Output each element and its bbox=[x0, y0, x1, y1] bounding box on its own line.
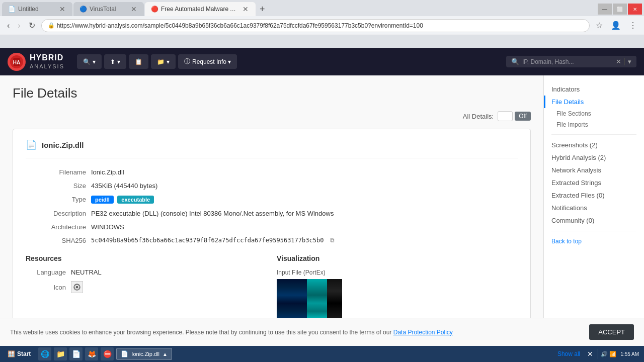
file-name: Ionic.Zip.dll bbox=[42, 141, 84, 149]
logo: HA HYBRID ANALYSIS bbox=[8, 53, 64, 71]
type-row: Type peidll executable bbox=[26, 196, 518, 204]
address-bar[interactable]: 🔒 https://www.hybrid-analysis.com/sample… bbox=[41, 19, 590, 32]
close-button[interactable]: ✕ bbox=[628, 4, 642, 15]
cookie-message: This website uses cookies to enhance you… bbox=[10, 329, 391, 336]
sidebar-item-community[interactable]: Community (0) bbox=[544, 214, 644, 227]
executable-badge: executable bbox=[117, 196, 154, 204]
filename-value: Ionic.Zip.dll bbox=[91, 168, 124, 176]
svg-line-10 bbox=[78, 289, 79, 290]
start-label: Start bbox=[17, 350, 31, 357]
copy-sha256-icon[interactable]: ⧉ bbox=[330, 237, 335, 244]
nav-search-btn[interactable]: 🔍 ▾ bbox=[77, 54, 102, 69]
extracted-files-label: Extracted Files (0) bbox=[551, 192, 604, 199]
compare-nav-icon: 📋 bbox=[135, 58, 142, 65]
sidebar-item-network-analysis[interactable]: Network Analysis bbox=[544, 164, 644, 176]
security-icon: ⛔ bbox=[103, 350, 112, 358]
cookie-text: This website uses cookies to enhance you… bbox=[10, 329, 453, 336]
notepad-icon: 📄 bbox=[72, 350, 80, 358]
input-file-row: Input File (PortEx) bbox=[277, 268, 518, 276]
taskbar-ie-icon[interactable]: 🌐 bbox=[38, 347, 51, 360]
description-row: Description PE32 executable (DLL) (conso… bbox=[26, 210, 518, 217]
window-controls: — ⬜ ✕ bbox=[598, 4, 642, 15]
maximize-button[interactable]: ⬜ bbox=[613, 4, 627, 15]
taskbar-firefox-icon[interactable]: 🦊 bbox=[85, 347, 98, 360]
sha256-value: 5c0449b8a9b65f36cb6a66c1ac9379f8f62a75df… bbox=[91, 237, 335, 244]
type-value: peidll executable bbox=[91, 196, 156, 204]
sidebar-back-to-top[interactable]: Back to top bbox=[544, 235, 644, 247]
sidebar-sub-file-imports[interactable]: File Imports bbox=[544, 119, 644, 130]
new-tab-button[interactable]: + bbox=[257, 4, 268, 15]
toggle-box[interactable] bbox=[498, 111, 513, 121]
taskbar-right: 🔊 📶 1:55 AM bbox=[601, 351, 641, 357]
data-protection-link[interactable]: Data Protection Policy bbox=[393, 329, 453, 336]
network-analysis-label: Network Analysis bbox=[551, 166, 601, 174]
forward-button[interactable]: › bbox=[16, 19, 22, 32]
back-button[interactable]: ‹ bbox=[5, 19, 12, 32]
tab-title-1: Untitled bbox=[18, 6, 55, 13]
minimize-button[interactable]: — bbox=[598, 4, 612, 15]
title-bar: 📄 Untitled ✕ 🔵 VirusTotal ✕ 🔴 Free Autom… bbox=[0, 0, 644, 16]
sidebar-divider-2 bbox=[551, 231, 636, 231]
taskbar-security-icon[interactable]: ⛔ bbox=[101, 347, 114, 360]
sidebar-item-file-details[interactable]: File Details bbox=[544, 96, 644, 108]
header-search-arrow[interactable]: ▾ bbox=[624, 58, 631, 65]
taskbar-notepad-icon[interactable]: 📄 bbox=[69, 347, 83, 360]
tab-close-1[interactable]: ✕ bbox=[58, 5, 66, 13]
tab-favicon-2: 🔵 bbox=[79, 6, 87, 13]
header-search-input[interactable] bbox=[522, 58, 613, 65]
menu-icon[interactable]: ⋮ bbox=[627, 19, 639, 32]
bookmark-icon[interactable]: ☆ bbox=[594, 19, 605, 32]
tab-close-3[interactable]: ✕ bbox=[242, 5, 250, 13]
sidebar-sub-file-sections[interactable]: File Sections bbox=[544, 108, 644, 119]
tab-virustotal[interactable]: 🔵 VirusTotal ✕ bbox=[73, 2, 144, 16]
file-card: 📄 Ionic.Zip.dll Filename Ionic.Zip.dll S… bbox=[13, 129, 531, 330]
taskbar-clock: 1:55 AM bbox=[620, 351, 639, 357]
community-label: Community (0) bbox=[551, 217, 594, 224]
taskbar-close-button[interactable]: ✕ bbox=[585, 350, 595, 358]
start-button[interactable]: 🪟 Start bbox=[3, 348, 36, 359]
sidebar-item-extracted-files[interactable]: Extracted Files (0) bbox=[544, 189, 644, 202]
tab-favicon-3: 🔴 bbox=[151, 6, 158, 13]
filename-row: Filename Ionic.Zip.dll bbox=[26, 168, 518, 176]
nav-submit-btn[interactable]: ⬆ ▾ bbox=[104, 54, 126, 69]
all-details-label: All Details: bbox=[463, 113, 494, 120]
viz-col-teal bbox=[307, 279, 327, 319]
sidebar-divider-1 bbox=[551, 134, 636, 135]
viz-col-dark bbox=[277, 279, 307, 319]
header-search-icon: 🔍 bbox=[511, 58, 519, 65]
tab-untitled[interactable]: 📄 Untitled ✕ bbox=[2, 2, 72, 16]
header-search-clear[interactable]: ✕ bbox=[616, 58, 621, 65]
sidebar-item-screenshots[interactable]: Screenshots (2) bbox=[544, 139, 644, 151]
accept-button[interactable]: ACCEPT bbox=[589, 324, 634, 340]
submit-nav-icon: ⬆ bbox=[110, 58, 115, 65]
hybrid-analysis-logo-svg: HA bbox=[10, 55, 24, 69]
show-all-button[interactable]: Show all bbox=[557, 350, 580, 357]
size-row: Size 435KiB (445440 bytes) bbox=[26, 182, 518, 190]
extracted-strings-label: Extracted Strings bbox=[551, 179, 601, 187]
sidebar-item-notifications[interactable]: Notifications bbox=[544, 202, 644, 214]
profile-icon[interactable]: 👤 bbox=[609, 19, 623, 32]
toggle-label[interactable]: Off bbox=[515, 112, 531, 121]
taskbar-file-item[interactable]: 📄 Ionic.Zip.dll ▲ bbox=[116, 348, 172, 360]
nav-feeds-btn[interactable]: 📁 ▾ bbox=[151, 54, 176, 69]
tab-close-2[interactable]: ✕ bbox=[130, 5, 138, 13]
sidebar-item-indicators[interactable]: Indicators bbox=[544, 83, 644, 96]
refresh-button[interactable]: ↻ bbox=[27, 19, 37, 32]
header-search[interactable]: 🔍 ✕ ▾ bbox=[506, 56, 636, 67]
nav-compare-btn[interactable]: 📋 bbox=[129, 54, 148, 69]
feeds-nav-icon: 📁 bbox=[157, 58, 165, 65]
info-icon: ⓘ bbox=[184, 57, 190, 66]
tab-hybrid-analysis[interactable]: 🔴 Free Automated Malware Analysis S... ✕ bbox=[145, 2, 256, 16]
address-text: https://www.hybrid-analysis.com/sample/5… bbox=[57, 22, 423, 29]
sidebar-item-hybrid-analysis[interactable]: Hybrid Analysis (2) bbox=[544, 151, 644, 164]
visualization-section: Visualization Input File (PortEx) bbox=[277, 254, 518, 319]
search-nav-icon: 🔍 bbox=[83, 58, 91, 65]
file-header: 📄 Ionic.Zip.dll bbox=[26, 139, 518, 158]
indicators-label: Indicators bbox=[551, 85, 580, 93]
tab-favicon-1: 📄 bbox=[8, 6, 15, 13]
taskbar-folder-icon[interactable]: 📁 bbox=[54, 347, 67, 360]
nav-request-info-btn[interactable]: ⓘ Request Info ▾ bbox=[178, 54, 237, 69]
taskbar-divider bbox=[598, 349, 598, 359]
sidebar-item-extracted-strings[interactable]: Extracted Strings bbox=[544, 176, 644, 189]
app-header: HA HYBRID ANALYSIS 🔍 ▾ ⬆ ▾ 📋 📁 ▾ ⓘ Reque… bbox=[0, 48, 644, 75]
